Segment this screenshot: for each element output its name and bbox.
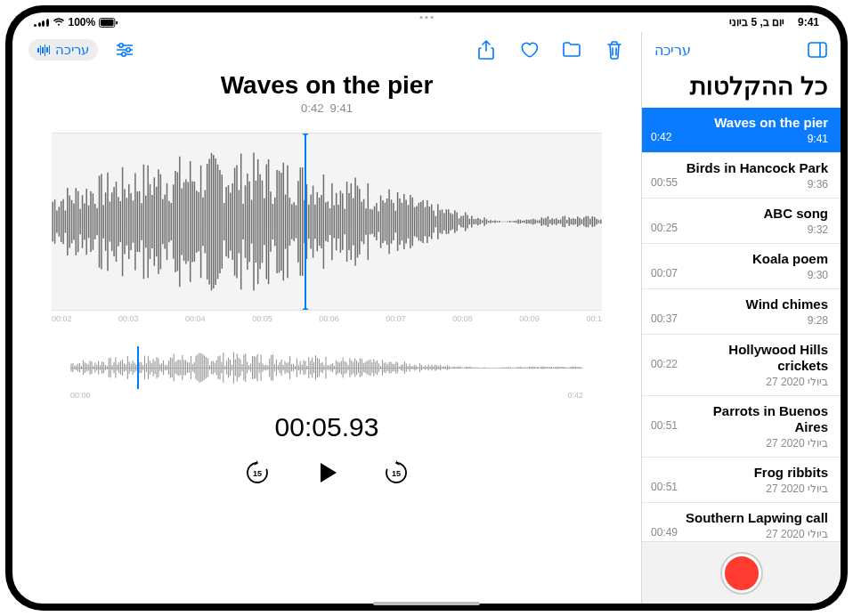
recording-duration: 0:42 <box>651 131 683 143</box>
heart-icon <box>519 41 539 59</box>
sidebar-toggle-icon <box>808 42 827 58</box>
waveform-canvas <box>52 134 602 310</box>
recording-list-item[interactable]: 00:07Koala poem9:30 <box>642 244 841 289</box>
share-button[interactable] <box>475 39 497 61</box>
edit-pill-label: עריכה <box>55 42 89 58</box>
recording-list-item[interactable]: 0:42Waves on the pier9:41 <box>642 108 841 153</box>
recordings-list[interactable]: 0:42Waves on the pier9:4100:55Birds in H… <box>642 108 841 541</box>
multitask-dots[interactable] <box>420 16 434 19</box>
main-pane: עריכה Waves on the pier <box>12 32 641 604</box>
recording-list-item[interactable]: 00:51Parrots in Buenos Aires27 ביולי 202… <box>642 396 841 458</box>
battery-pct: 100% <box>69 16 96 28</box>
overview-end-label: 0:42 <box>567 391 583 400</box>
record-footer <box>642 541 841 604</box>
svg-rect-1 <box>101 19 114 25</box>
recording-duration: 00:51 <box>651 419 683 432</box>
ruler-tick: 00:04 <box>185 314 206 323</box>
share-icon <box>478 40 494 60</box>
recording-title[interactable]: Waves on the pier <box>221 71 434 100</box>
recording-list-item[interactable]: 00:49Southern Lapwing call27 ביולי 2020 <box>642 503 841 541</box>
recording-list-item[interactable]: 00:22Hollywood Hills crickets27 ביולי 20… <box>642 335 841 396</box>
overview-cursor[interactable] <box>137 346 139 389</box>
waveform-overview[interactable] <box>70 348 583 387</box>
recording-list-item[interactable]: 00:51Frog ribbits27 ביולי 2020 <box>642 458 841 503</box>
recording-duration: 00:55 <box>651 176 683 189</box>
svg-point-6 <box>119 44 123 47</box>
play-icon <box>313 459 340 486</box>
recording-duration: 00:51 <box>651 481 683 493</box>
edit-recording-button[interactable]: עריכה <box>28 39 98 61</box>
trash-icon <box>606 40 622 60</box>
cellular-icon <box>34 19 49 27</box>
skip-forward-15-button[interactable]: 15 <box>382 458 410 487</box>
sliders-icon <box>115 42 134 58</box>
overview-canvas <box>70 348 583 387</box>
recording-item-subtitle: 27 ביולי 2020 <box>683 376 828 388</box>
timecode: 00:05.93 <box>275 412 379 442</box>
skip-back-15-button[interactable]: 15 <box>243 458 272 487</box>
ruler-tick: 00:09 <box>519 314 540 323</box>
skip-back-15-icon: 15 <box>244 459 271 486</box>
recording-item-title: Southern Lapwing call <box>683 510 828 526</box>
status-date: יום ב, 5 ביוני <box>729 16 784 28</box>
recording-item-subtitle: 27 ביולי 2020 <box>683 482 828 495</box>
waveform-mini-icon <box>37 45 50 56</box>
recording-duration: 00:25 <box>651 222 683 234</box>
sidebar: עריכה כל ההקלטות 0:42Waves on the pier9:… <box>641 32 841 604</box>
delete-button[interactable] <box>604 39 625 61</box>
battery-icon <box>99 18 118 28</box>
ruler-tick: 00:1 <box>586 314 602 323</box>
time-ruler: 00:0200:0300:0400:0500:0600:0700:0800:09… <box>52 311 602 323</box>
svg-point-10 <box>122 53 126 56</box>
recording-item-subtitle: 27 ביולי 2020 <box>683 437 828 450</box>
svg-point-8 <box>126 48 130 52</box>
recording-item-subtitle: 9:36 <box>683 178 828 190</box>
wifi-icon <box>53 18 65 27</box>
recording-item-title: Birds in Hancock Park <box>683 160 828 176</box>
recording-item-subtitle: 9:32 <box>683 223 828 236</box>
recording-item-title: Koala poem <box>683 251 828 267</box>
playback-controls: 15 15 <box>243 458 410 487</box>
recording-list-item[interactable]: 00:55Birds in Hancock Park9:36 <box>642 153 841 199</box>
ruler-tick: 00:08 <box>452 314 473 323</box>
svg-rect-3 <box>808 43 826 57</box>
move-to-folder-button[interactable] <box>561 39 582 61</box>
playback-options-button[interactable] <box>114 39 135 61</box>
skip-forward-15-icon: 15 <box>383 459 410 486</box>
sidebar-title: כל ההקלטות <box>642 68 841 108</box>
recording-item-subtitle: 9:41 <box>683 133 828 145</box>
recording-item-title: ABC song <box>683 206 828 222</box>
svg-text:15: 15 <box>392 469 401 478</box>
waveform-main[interactable]: 00:0200:0300:0400:0500:0600:0700:0800:09… <box>52 133 602 323</box>
recording-list-item[interactable]: 00:25ABC song9:32 <box>642 199 841 244</box>
sidebar-edit-button[interactable]: עריכה <box>654 42 691 59</box>
folder-icon <box>562 42 581 58</box>
ruler-tick: 00:05 <box>252 314 272 323</box>
recording-list-item[interactable]: 00:37Wind chimes9:28 <box>642 289 841 335</box>
recording-item-subtitle: 9:28 <box>683 314 828 327</box>
ruler-tick: 00:02 <box>52 314 72 323</box>
recording-duration: 00:22 <box>651 358 683 370</box>
ruler-tick: 00:03 <box>118 314 139 323</box>
play-button[interactable] <box>313 458 341 487</box>
recording-duration: 00:07 <box>651 267 683 280</box>
recording-item-title: Hollywood Hills crickets <box>683 342 828 374</box>
recording-item-subtitle: 27 ביולי 2020 <box>683 528 828 540</box>
overview-start-label: 00:00 <box>70 391 91 400</box>
recording-duration: 00:37 <box>651 312 683 325</box>
favorite-button[interactable] <box>518 39 540 61</box>
svg-text:15: 15 <box>253 469 262 478</box>
svg-rect-2 <box>116 20 118 24</box>
sidebar-toggle-button[interactable] <box>807 39 828 61</box>
ruler-tick: 00:06 <box>319 314 339 323</box>
recording-item-subtitle: 9:30 <box>683 269 828 281</box>
home-indicator[interactable] <box>373 602 480 604</box>
recording-item-title: Parrots in Buenos Aires <box>683 403 828 435</box>
recording-item-title: Waves on the pier <box>683 115 828 131</box>
record-button[interactable] <box>722 554 761 593</box>
status-time: 9:41 <box>798 16 819 28</box>
playhead[interactable] <box>305 133 306 311</box>
recording-item-title: Frog ribbits <box>683 465 828 481</box>
recording-item-title: Wind chimes <box>683 296 828 312</box>
recording-duration: 00:49 <box>651 526 683 539</box>
